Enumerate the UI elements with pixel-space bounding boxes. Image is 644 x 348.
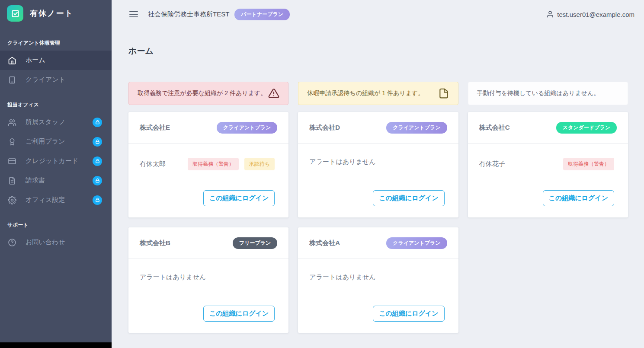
- staff-name: 有休花子: [479, 160, 505, 168]
- user-account[interactable]: test.user01@example.com: [546, 10, 634, 18]
- company-name: 株式会社B: [140, 239, 170, 247]
- sidebar-item-label: ホーム: [26, 56, 45, 64]
- no-alerts-text: アラートはありません: [309, 273, 375, 281]
- banner-text: 休暇申請承認待ちの組織が 1 件あります。: [307, 89, 424, 97]
- warning-triangle-icon: [268, 88, 279, 99]
- org-card-header: 株式会社A クライアントプラン: [298, 227, 458, 259]
- lock-icon: [93, 156, 102, 166]
- app-logo-checkbox-icon: [7, 5, 23, 22]
- company-name: 株式会社E: [140, 124, 170, 132]
- alert-banners: 取得義務で注意が必要な組織が 2 件あります。 休暇申請承認待ちの組織が 1 件…: [128, 82, 628, 105]
- page-title: ホーム: [128, 45, 628, 57]
- credit-card-icon: [8, 157, 16, 166]
- sidebar-item-label: 所属スタッフ: [26, 118, 65, 126]
- org-name: 社会保険労務士事務所TEST: [148, 10, 229, 19]
- sidebar-item-credit-card[interactable]: クレジットカード: [0, 151, 112, 171]
- person-icon: [546, 10, 554, 18]
- alert-badges: 取得義務（警告） 承認待ち: [188, 158, 275, 170]
- banner-acquisition-warning: 取得義務で注意が必要な組織が 2 件あります。: [128, 82, 288, 105]
- sidebar-item-plan[interactable]: ご利用プラン: [0, 132, 112, 151]
- banner-text: 手動付与を待機している組織はありません。: [477, 89, 600, 97]
- banner-text: 取得義務で注意が必要な組織が 2 件あります。: [138, 89, 266, 97]
- sidebar-item-label: 請求書: [26, 176, 45, 185]
- login-to-org-button[interactable]: この組織にログイン: [203, 190, 275, 206]
- help-circle-icon: [8, 238, 16, 247]
- alert-acquisition-warning-badge: 取得義務（警告）: [188, 158, 239, 170]
- sidebar-item-invoice[interactable]: 請求書: [0, 171, 112, 190]
- plan-badge: スタンダードプラン: [556, 122, 617, 134]
- sidebar-item-label: ご利用プラン: [26, 137, 65, 146]
- user-email: test.user01@example.com: [557, 11, 634, 18]
- login-to-org-button[interactable]: この組織にログイン: [373, 306, 444, 322]
- plan-badge: フリープラン: [233, 237, 277, 249]
- company-name: 株式会社C: [479, 124, 510, 132]
- file-text-icon: [8, 176, 16, 185]
- org-card-body: アラートはありません この組織にログイン: [128, 259, 288, 333]
- sidebar-bottom-strip: [0, 342, 112, 348]
- org-card-header: 株式会社D クライアントプラン: [298, 112, 458, 144]
- org-card-body: 有休花子 取得義務（警告） この組織にログイン: [468, 144, 628, 217]
- file-icon: [438, 88, 449, 99]
- sidebar-item-home[interactable]: ホーム: [0, 51, 112, 70]
- gear-icon: [8, 196, 16, 204]
- partner-plan-badge: パートナープラン: [234, 9, 290, 20]
- org-card-header: 株式会社C スタンダードプラン: [468, 112, 628, 144]
- alert-badges: 取得義務（警告）: [563, 158, 614, 170]
- staff-name: 有休太郎: [140, 160, 166, 168]
- no-alerts-text: アラートはありません: [140, 273, 206, 281]
- hamburger-menu-icon[interactable]: [128, 9, 139, 19]
- org-card-e: 株式会社E クライアントプラン 有休太郎 取得義務（警告） 承認待ち この組織に…: [128, 112, 288, 217]
- plan-badge: クライアントプラン: [217, 122, 278, 134]
- plan-badge: クライアントプラン: [386, 122, 447, 134]
- plan-badge: クライアントプラン: [386, 237, 447, 249]
- alert-pending-approval-badge: 承認待ち: [244, 158, 275, 170]
- login-to-org-button[interactable]: この組織にログイン: [373, 190, 444, 206]
- sidebar-item-clients[interactable]: クライアント: [0, 70, 112, 89]
- organization-cards: 株式会社E クライアントプラン 有休太郎 取得義務（警告） 承認待ち この組織に…: [128, 112, 628, 333]
- home-icon: [8, 56, 16, 65]
- sidebar-item-staff[interactable]: 所属スタッフ: [0, 112, 112, 132]
- company-name: 株式会社A: [309, 239, 340, 247]
- lock-icon: [93, 137, 102, 147]
- brand-name: 有休ノート: [30, 8, 74, 19]
- org-card-header: 株式会社E クライアントプラン: [128, 112, 288, 144]
- login-to-org-button[interactable]: この組織にログイン: [203, 306, 275, 322]
- sidebar-section-client-leave: クライアント休暇管理: [0, 39, 112, 47]
- org-card-body: 有休太郎 取得義務（警告） 承認待ち この組織にログイン: [128, 144, 288, 217]
- org-card-b: 株式会社B フリープラン アラートはありません この組織にログイン: [128, 227, 288, 333]
- no-alerts-text: アラートはありません: [309, 158, 375, 166]
- org-card-c: 株式会社C スタンダードプラン 有休花子 取得義務（警告） この組織にログイン: [468, 112, 628, 217]
- brand: 有休ノート: [0, 0, 112, 27]
- lock-icon: [93, 176, 102, 185]
- alert-acquisition-warning-badge: 取得義務（警告）: [563, 158, 614, 170]
- org-card-d: 株式会社D クライアントプラン アラートはありません この組織にログイン: [298, 112, 458, 217]
- lock-icon: [93, 118, 102, 127]
- org-card-header: 株式会社B フリープラン: [128, 227, 288, 259]
- sidebar-section-office: 担当オフィス: [0, 101, 112, 109]
- sidebar-item-label: オフィス設定: [26, 196, 65, 204]
- banner-pending-approval: 休暇申請承認待ちの組織が 1 件あります。: [298, 82, 458, 105]
- tablet-icon: [8, 76, 16, 84]
- main-area: 社会保険労務士事務所TEST パートナープラン test.user01@exam…: [112, 0, 644, 348]
- lock-icon: [93, 195, 102, 205]
- top-header: 社会保険労務士事務所TEST パートナープラン test.user01@exam…: [128, 0, 634, 22]
- app-layout: 有休ノート クライアント休暇管理 ホーム クライアント 担当オフィス 所属スタッ…: [0, 0, 644, 348]
- sidebar-item-label: クレジットカード: [26, 157, 78, 165]
- org-card-body: アラートはありません この組織にログイン: [298, 144, 458, 217]
- company-name: 株式会社D: [309, 124, 340, 132]
- org-card-body: アラートはありません この組織にログイン: [298, 259, 458, 333]
- org-card-a: 株式会社A クライアントプラン アラートはありません この組織にログイン: [298, 227, 458, 333]
- sidebar-item-label: クライアント: [26, 76, 65, 84]
- login-to-org-button[interactable]: この組織にログイン: [543, 190, 614, 206]
- sidebar-item-contact[interactable]: お問い合わせ: [0, 233, 112, 252]
- award-icon: [8, 137, 16, 146]
- sidebar-section-support: サポート: [0, 221, 112, 229]
- page-content: ホーム 取得義務で注意が必要な組織が 2 件あります。 休暇申請承認待ちの組織が…: [128, 22, 628, 333]
- people-icon: [8, 118, 16, 127]
- sidebar-item-label: お問い合わせ: [26, 238, 65, 246]
- sidebar: 有休ノート クライアント休暇管理 ホーム クライアント 担当オフィス 所属スタッ…: [0, 0, 112, 348]
- sidebar-item-office-settings[interactable]: オフィス設定: [0, 190, 112, 210]
- banner-manual-grant: 手動付与を待機している組織はありません。: [468, 82, 628, 105]
